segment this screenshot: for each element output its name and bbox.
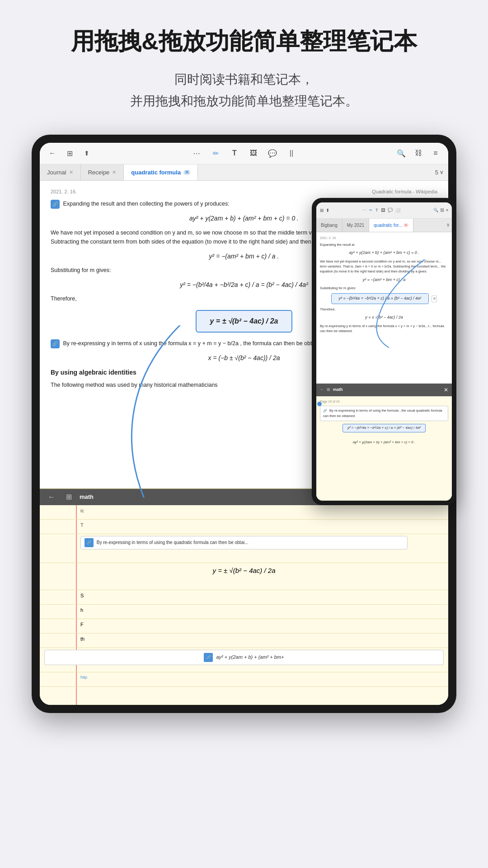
notebook-lines: ic T 🔗 By re-expressing in terms of usin… (40, 505, 448, 705)
tab-close-quadratic[interactable]: ✕ (183, 170, 190, 175)
back-icon[interactable]: ← (46, 147, 59, 160)
mini-comment-icon[interactable]: 💬 (388, 208, 393, 212)
notebook-panel: ← ⊞ math ic T (40, 488, 448, 705)
tab-journal[interactable]: Journal ✕ (40, 164, 81, 180)
mini-tablet: ⊞ ⬆ ⋯ ✏ T 🖼 💬 ⬜ 🔍 ⛓ ≡ (312, 198, 456, 505)
menu-icon[interactable]: ⋯ (190, 147, 203, 160)
mini-content: 2021. 2. 16. Expanding the result ai ay²… (316, 232, 452, 501)
tab-receipe[interactable]: Receipe ✕ (81, 164, 124, 180)
notebook-back-icon[interactable]: ← (45, 491, 58, 503)
search-icon[interactable]: 🔍 (395, 147, 408, 160)
mini-formula1: ay² + y(2am + b) + (am² + bm + c) = 0 . (320, 250, 448, 256)
mini-notebook-title: math (333, 387, 343, 393)
mini-pencil-icon[interactable]: ✏ (369, 208, 373, 212)
mini-tab-close[interactable]: ✕ (404, 223, 408, 227)
comment-icon[interactable]: 💬 (266, 147, 279, 160)
mini-nb-link-icon: 🔗 (323, 409, 327, 412)
notebook-line-1: ic (40, 505, 448, 520)
mini-grid-icon[interactable]: ⊞ (320, 208, 324, 213)
mini-nb-formula2: ay² + y(2am + b) + (am² + bm + c) = 0 . (320, 440, 448, 446)
blue-dot-mini (317, 402, 322, 406)
mini-notebook-panel: ← ⊞ math ✕ Page 10 of 10 🔗 By re-express… (316, 383, 452, 501)
mini-formula4: y = ± √(b² − 4ac) / 2a (320, 314, 448, 321)
notebook-line-link: 🔗 By re-expressing in terms of using the… (40, 536, 448, 563)
tablet-wrapper: ← ⊞ ⬆ ⋯ ✏ T 🖼 💬 || 🔍 ⛓ ≡ (32, 135, 456, 713)
mini-article-meta: 2021. 2. 16. (320, 236, 448, 241)
mini-notebook-content: Page 10 of 10 🔗 By re-expressing in term… (316, 396, 452, 450)
notebook-line-3: y = ± √(b² − 4ac) / 2a (40, 563, 448, 590)
more-icon[interactable]: ≡ (429, 147, 442, 160)
notebook-line-8: 🔗 ay² + y(2am + b) + (am² + bm+ (40, 650, 448, 672)
tab-bar: Journal ✕ Receipe ✕ quadratic formula ✕ … (40, 164, 448, 181)
mini-nb-back[interactable]: ← (320, 387, 324, 393)
link-icon[interactable]: ⛓ (412, 147, 425, 160)
mini-nb-formula1: y² = −(b²/4a + −b²/2a + c) / a = (b² − 4… (320, 424, 448, 432)
notebook-line-2: T (40, 520, 448, 534)
mini-image-icon[interactable]: 🖼 (381, 208, 385, 212)
mini-formula2: y² = −(am² + bm + c) / a (320, 277, 448, 283)
mini-more-icon[interactable]: ≡ (446, 208, 448, 212)
notebook-line-4: S (40, 590, 448, 605)
mini-screen: ⊞ ⬆ ⋯ ✏ T 🖼 💬 ⬜ 🔍 ⛓ ≡ (316, 202, 452, 501)
mini-p4: Therefore, (320, 307, 448, 312)
page-subtitle: 同时阅读书籍和笔记本， 并用拖拽和拖放功能简单地整理笔记本。 (27, 69, 461, 112)
pencil-icon[interactable]: ✏ (209, 147, 222, 160)
notebook-line-7: th (40, 633, 448, 648)
mini-p5: By re-expressing y in terms of x using t… (320, 324, 448, 334)
notebook-grid-icon[interactable]: ⊞ (62, 491, 75, 503)
mini-toolbar: ⊞ ⬆ ⋯ ✏ T 🖼 💬 ⬜ 🔍 ⛓ ≡ (316, 202, 452, 219)
mini-notebook-toolbar: ← ⊞ math ✕ (316, 384, 452, 396)
mini-nb-page: Page 10 of 10 (320, 399, 448, 404)
pause-icon[interactable]: || (285, 147, 298, 160)
mini-link-icon[interactable]: ⛓ (440, 208, 444, 212)
share-icon[interactable]: ⬆ (80, 147, 93, 160)
notebook-line-5: h (40, 605, 448, 619)
notebook-title: math (80, 493, 94, 500)
mini-p3: Substituting for m gives: (320, 286, 448, 291)
page-title: 用拖拽&拖放功能简单整理笔记本 (27, 27, 461, 55)
mini-p2: We have not yet imposed a second conditi… (320, 259, 448, 274)
link-ref-icon2[interactable]: 🔗 (51, 339, 60, 348)
link-icon-nb: 🔗 (84, 538, 94, 547)
mini-share-icon[interactable]: ⬆ (326, 208, 329, 213)
mini-search-icon[interactable]: 🔍 (433, 208, 438, 212)
grid-icon[interactable]: ⊞ (63, 147, 76, 160)
mini-p1: Expanding the result ai (320, 242, 448, 247)
link-icon-nb2: 🔗 (204, 653, 213, 662)
mini-menu-icon[interactable]: ⋯ (362, 208, 366, 212)
main-toolbar: ← ⊞ ⬆ ⋯ ✏ T 🖼 💬 || 🔍 ⛓ ≡ (40, 143, 448, 164)
formula-box: y = ± √(b² − 4ac) / 2a (196, 310, 293, 333)
notebook-line-9: http (40, 672, 448, 687)
page-header: 用拖拽&拖放功能简单整理笔记本 同时阅读书籍和笔记本， 并用拖拽和拖放功能简单地… (0, 0, 488, 121)
tab-close-receipe[interactable]: ✕ (112, 170, 116, 175)
notebook-line-6: F (40, 619, 448, 633)
text-icon[interactable]: T (228, 147, 241, 160)
tab-quadratic[interactable]: quadratic formula ✕ (124, 164, 198, 180)
tab-count: 5 ∨ (431, 164, 448, 180)
article-meta: 2021. 2. 16. Quadratic formula - Wikiped… (51, 188, 437, 196)
mini-tab-bar: Bigbang My 2021 quadratic for... ✕ 9 (316, 219, 452, 232)
mini-text-icon[interactable]: T (375, 208, 378, 212)
mini-nb-content1: 🔗 By re-expressing in terms of using the… (320, 406, 448, 421)
mini-shape-icon[interactable]: ⬜ (395, 208, 400, 212)
mini-formula3: y² = −(b²/4a + −b²/2a + c) / a = (b² − 4… (320, 293, 448, 304)
mini-tab-bigbang[interactable]: Bigbang (316, 219, 343, 232)
mini-copy-btn[interactable]: ⎘ (432, 296, 437, 302)
mini-tab-my2021[interactable]: My 2021 (343, 219, 369, 232)
link-ref-icon[interactable]: 🔗 (51, 200, 60, 209)
mini-nb-close[interactable]: ✕ (444, 386, 448, 394)
mini-tab-count: 9 (444, 219, 452, 232)
tab-close-journal[interactable]: ✕ (69, 170, 73, 175)
mini-nb-grid[interactable]: ⊞ (327, 387, 330, 393)
mini-tab-quadratic[interactable]: quadratic for... ✕ (369, 219, 413, 232)
image-icon[interactable]: 🖼 (247, 147, 260, 160)
